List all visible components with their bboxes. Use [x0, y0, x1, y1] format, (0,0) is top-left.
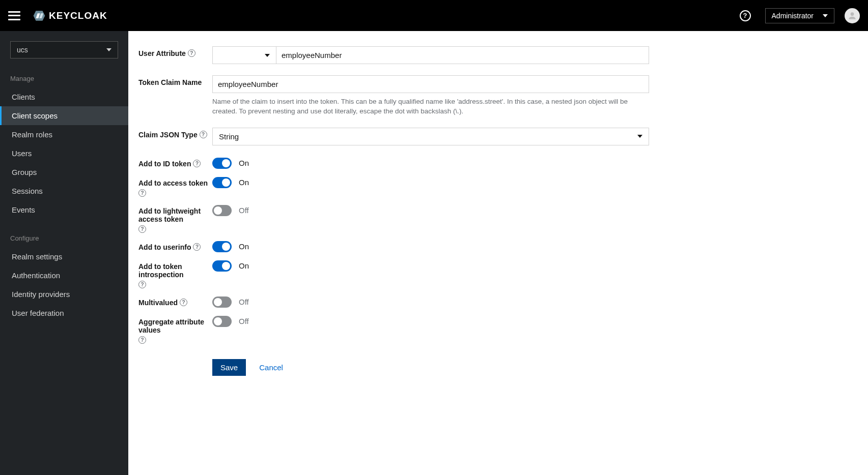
- help-icon[interactable]: ?: [740, 10, 751, 21]
- add-userinfo-toggle[interactable]: [212, 241, 232, 252]
- token-claim-help-text: Name of the claim to insert into the tok…: [212, 97, 649, 116]
- help-icon[interactable]: ?: [138, 281, 146, 288]
- caret-down-icon: [106, 48, 111, 51]
- caret-down-icon: [265, 54, 270, 57]
- toggle-state-text: On: [239, 261, 249, 270]
- cancel-button[interactable]: Cancel: [259, 363, 283, 372]
- realm-selector-value: ucs: [17, 46, 28, 54]
- keycloak-logo-icon: [33, 9, 46, 22]
- user-attribute-input[interactable]: [276, 46, 649, 64]
- sidebar-item-realm-settings[interactable]: Realm settings: [0, 247, 128, 266]
- avatar[interactable]: [845, 8, 860, 23]
- claim-json-type-label: Claim JSON Type: [138, 131, 198, 139]
- toggle-state-text: Off: [239, 317, 249, 325]
- brand-text: KEYCLOAK: [49, 10, 107, 21]
- sidebar-item-identity-providers[interactable]: Identity providers: [0, 285, 128, 304]
- help-icon[interactable]: ?: [188, 49, 195, 57]
- toggle-state-text: On: [239, 159, 249, 167]
- sidebar-item-events[interactable]: Events: [0, 200, 128, 219]
- sidebar-item-clients[interactable]: Clients: [0, 87, 128, 106]
- add-access-token-label: Add to access token: [138, 179, 208, 187]
- help-icon[interactable]: ?: [193, 243, 201, 251]
- multivalued-label: Multivalued: [138, 299, 178, 307]
- toggle-state-text: Off: [239, 298, 249, 306]
- toggle-state-text: Off: [239, 206, 249, 215]
- help-icon[interactable]: ?: [138, 225, 146, 233]
- add-lightweight-toggle[interactable]: [212, 205, 232, 216]
- aggregate-toggle[interactable]: [212, 316, 232, 327]
- user-icon: [847, 11, 857, 21]
- help-icon[interactable]: ?: [193, 160, 201, 167]
- multivalued-toggle[interactable]: [212, 296, 232, 308]
- caret-down-icon: [823, 14, 828, 17]
- add-id-token-label: Add to ID token: [138, 160, 191, 168]
- hamburger-menu-icon[interactable]: [8, 11, 20, 20]
- toggle-state-text: On: [239, 178, 249, 187]
- realm-selector[interactable]: ucs: [10, 41, 118, 58]
- sidebar-item-realm-roles[interactable]: Realm roles: [0, 125, 128, 144]
- help-icon[interactable]: ?: [200, 131, 207, 138]
- add-id-token-toggle[interactable]: [212, 158, 232, 169]
- aggregate-label: Aggregate attribute values: [138, 318, 212, 334]
- add-introspection-toggle[interactable]: [212, 260, 232, 272]
- sidebar: ucs Manage Clients Client scopes Realm r…: [0, 31, 128, 475]
- sidebar-item-user-federation[interactable]: User federation: [0, 304, 128, 322]
- top-header: KEYCLOAK ? Administrator: [0, 0, 868, 31]
- toggle-state-text: On: [239, 242, 249, 251]
- claim-json-type-select[interactable]: String: [212, 128, 649, 145]
- svg-point-3: [851, 12, 854, 16]
- token-claim-name-label: Token Claim Name: [138, 78, 202, 86]
- add-introspection-label: Add to token introspection: [138, 262, 212, 279]
- section-configure-label: Configure: [0, 228, 128, 247]
- help-icon[interactable]: ?: [180, 299, 187, 306]
- user-menu[interactable]: Administrator: [765, 8, 834, 23]
- user-menu-label: Administrator: [772, 12, 814, 20]
- add-lightweight-label: Add to lightweight access token: [138, 207, 212, 223]
- add-access-token-toggle[interactable]: [212, 177, 232, 188]
- sidebar-item-sessions[interactable]: Sessions: [0, 182, 128, 200]
- sidebar-item-client-scopes[interactable]: Client scopes: [0, 106, 128, 125]
- help-icon[interactable]: ?: [138, 336, 146, 344]
- token-claim-name-input[interactable]: [212, 75, 649, 93]
- add-userinfo-label: Add to userinfo: [138, 243, 191, 251]
- user-attribute-select[interactable]: [212, 46, 276, 64]
- main-content: User Attribute ? Token Claim Name Name o…: [128, 31, 868, 475]
- help-icon[interactable]: ?: [138, 189, 146, 197]
- caret-down-icon: [637, 135, 642, 138]
- section-manage-label: Manage: [0, 69, 128, 87]
- sidebar-item-users[interactable]: Users: [0, 144, 128, 163]
- brand[interactable]: KEYCLOAK: [33, 9, 107, 22]
- user-attribute-label: User Attribute: [138, 49, 186, 57]
- sidebar-item-groups[interactable]: Groups: [0, 163, 128, 182]
- sidebar-item-authentication[interactable]: Authentication: [0, 266, 128, 285]
- claim-json-type-value: String: [219, 132, 239, 141]
- save-button[interactable]: Save: [212, 359, 246, 376]
